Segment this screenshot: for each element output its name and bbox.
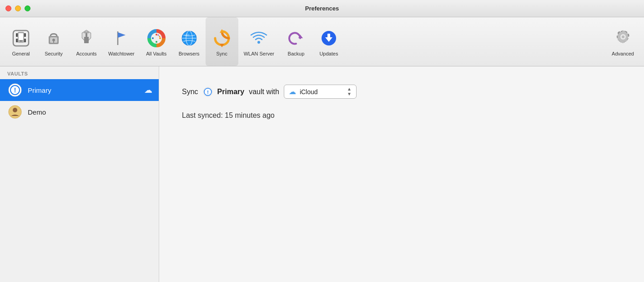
updates-label: Updates bbox=[319, 51, 338, 56]
svg-rect-16 bbox=[84, 31, 89, 33]
svg-point-24 bbox=[152, 37, 154, 39]
vaults-header: VAULTS bbox=[0, 66, 159, 79]
watchtower-label: Watchtower bbox=[108, 51, 135, 56]
content-area: VAULTS ! Primary ☁ Demo bbox=[0, 66, 644, 282]
wlan-icon bbox=[248, 27, 270, 49]
advanced-label: Advanced bbox=[612, 51, 634, 56]
general-icon bbox=[10, 27, 32, 49]
sync-text-label: Sync bbox=[182, 88, 198, 96]
svg-point-20 bbox=[153, 35, 160, 42]
backup-icon bbox=[285, 27, 307, 49]
minimize-button[interactable] bbox=[15, 5, 21, 11]
updates-icon bbox=[318, 27, 340, 49]
toolbar-item-general[interactable]: General bbox=[5, 17, 37, 66]
browsers-icon bbox=[178, 27, 200, 49]
toolbar-item-allvaults[interactable]: All Vaults bbox=[140, 17, 173, 66]
svg-point-22 bbox=[159, 37, 161, 39]
sync-label: Sync bbox=[216, 51, 227, 56]
close-button[interactable] bbox=[5, 5, 11, 11]
svg-point-25 bbox=[157, 34, 159, 35]
watchtower-icon bbox=[111, 27, 132, 49]
primary-vault-icon: ! bbox=[8, 83, 22, 97]
dropdown-text: iCloud bbox=[300, 88, 318, 96]
vault-inline-icon: ! bbox=[203, 87, 213, 97]
toolbar-item-backup[interactable]: Backup bbox=[280, 17, 312, 66]
dropdown-left: ☁ iCloud bbox=[289, 87, 318, 96]
toolbar-item-advanced[interactable]: Advanced bbox=[606, 17, 639, 66]
vault-item-demo[interactable]: Demo bbox=[0, 101, 159, 123]
backup-label: Backup bbox=[288, 51, 305, 56]
sync-icon bbox=[211, 27, 233, 49]
wlan-label: WLAN Server bbox=[244, 51, 274, 56]
maximize-button[interactable] bbox=[25, 5, 30, 11]
sidebar: VAULTS ! Primary ☁ Demo bbox=[0, 66, 159, 282]
svg-text:!: ! bbox=[207, 90, 209, 95]
browsers-label: Browsers bbox=[179, 51, 200, 56]
toolbar-item-wlan[interactable]: WLAN Server bbox=[238, 17, 280, 66]
svg-rect-14 bbox=[84, 37, 89, 43]
allvaults-label: All Vaults bbox=[146, 51, 166, 56]
svg-point-34 bbox=[257, 41, 260, 44]
primary-vault-name: Primary bbox=[28, 86, 139, 94]
toolbar: General Security Accounts bbox=[0, 17, 644, 66]
icloud-cloud-icon: ☁ bbox=[289, 87, 296, 96]
sync-dropdown[interactable]: ☁ iCloud ▲ ▼ bbox=[284, 85, 357, 99]
window-title: Preferences bbox=[305, 5, 339, 12]
toolbar-item-browsers[interactable]: Browsers bbox=[173, 17, 206, 66]
demo-vault-icon bbox=[8, 105, 22, 119]
toolbar-item-sync[interactable]: Sync bbox=[206, 17, 238, 66]
toolbar-item-accounts[interactable]: Accounts bbox=[70, 17, 103, 66]
svg-point-46 bbox=[13, 108, 17, 112]
accounts-label: Accounts bbox=[76, 51, 96, 56]
last-synced: Last synced: 15 minutes ago bbox=[182, 111, 621, 120]
security-icon bbox=[43, 27, 65, 49]
svg-point-26 bbox=[159, 35, 160, 37]
svg-point-7 bbox=[20, 40, 22, 41]
window-controls bbox=[5, 5, 30, 11]
svg-point-41 bbox=[622, 35, 624, 38]
toolbar-item-security[interactable]: Security bbox=[37, 17, 70, 66]
svg-point-21 bbox=[156, 34, 157, 35]
svg-point-23 bbox=[156, 41, 157, 43]
general-label: General bbox=[12, 51, 30, 56]
dropdown-arrows-icon: ▲ ▼ bbox=[347, 87, 352, 96]
svg-rect-6 bbox=[19, 33, 23, 40]
main-panel: Sync ! Primary vault with ☁ iCloud ▲ bbox=[159, 66, 644, 282]
sync-row: Sync ! Primary vault with ☁ iCloud ▲ bbox=[182, 85, 621, 99]
allvaults-icon bbox=[146, 27, 167, 49]
toolbar-item-watchtower[interactable]: Watchtower bbox=[103, 17, 140, 66]
toolbar-item-updates[interactable]: Updates bbox=[312, 17, 345, 66]
with-label: vault with bbox=[249, 88, 279, 96]
svg-point-31 bbox=[185, 34, 190, 36]
vault-item-primary[interactable]: ! Primary ☁ bbox=[0, 79, 159, 101]
svg-point-10 bbox=[52, 39, 55, 41]
vault-name-bold: Primary bbox=[217, 88, 245, 96]
svg-text:!: ! bbox=[14, 86, 16, 94]
primary-cloud-icon: ☁ bbox=[144, 85, 152, 95]
svg-rect-38 bbox=[327, 34, 330, 39]
svg-marker-18 bbox=[118, 32, 126, 38]
advanced-icon bbox=[612, 27, 634, 49]
title-bar: Preferences bbox=[0, 0, 644, 17]
accounts-icon bbox=[75, 27, 97, 49]
demo-vault-name: Demo bbox=[28, 108, 152, 116]
security-label: Security bbox=[45, 51, 63, 56]
